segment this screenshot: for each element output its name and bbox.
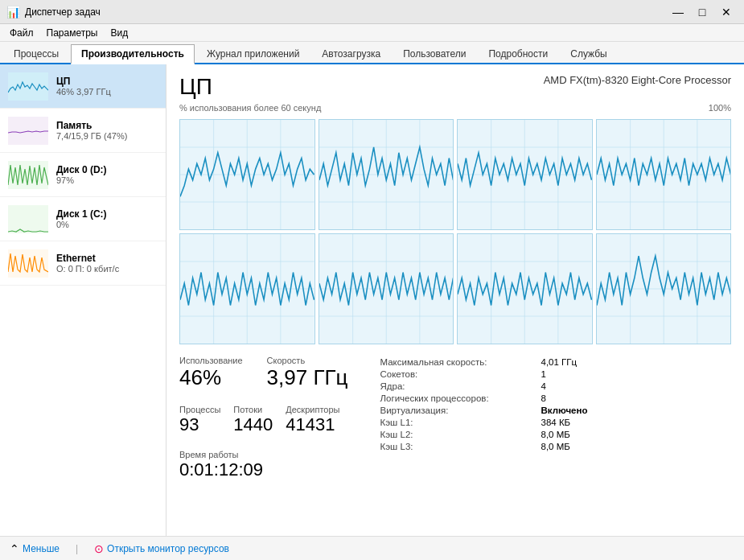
tab-bar: Процессы Производительность Журнал прило… xyxy=(0,42,744,64)
tab-details[interactable]: Подробности xyxy=(478,44,558,63)
right-stat-label: Кэш L2: xyxy=(380,430,541,439)
graph-subtitle-text: % использования более 60 секунд xyxy=(179,103,321,113)
stats-section: Использование 46% Скорость 3,97 ГГц Проц… xyxy=(179,356,731,487)
title-bar-buttons: — □ ✕ xyxy=(667,4,738,20)
right-stat-row: Максимальная скорость:4,01 ГГц xyxy=(380,357,588,367)
cpu-graph-5 xyxy=(179,233,315,344)
right-stat-row: Кэш L3:8,0 МБ xyxy=(380,442,588,451)
right-stat-label: Логических процессоров: xyxy=(380,393,541,403)
main-area: ЦП 46% 3,97 ГГц Память 7,4/15,9 ГБ (47%) xyxy=(0,64,744,536)
right-stat-row: Логических процессоров:8 xyxy=(380,393,588,403)
stat-uptime: Время работы 0:01:12:09 xyxy=(179,450,348,480)
right-stat-row: Виртуализация:Включено xyxy=(380,406,588,415)
cpu-subtitle: % использования более 60 секунд 100% xyxy=(179,103,731,113)
menu-params[interactable]: Параметры xyxy=(40,26,105,40)
sidebar-item-disk0[interactable]: Диск 0 (D:) 97% xyxy=(0,153,166,197)
right-stat-value: Включено xyxy=(541,406,588,415)
sidebar-cpu-info: ЦП 46% 3,97 ГГц xyxy=(56,76,158,97)
cpu-graph-1 xyxy=(179,119,315,230)
right-stat-row: Кэш L1:384 КБ xyxy=(380,418,588,427)
speed-label: Скорость xyxy=(267,356,348,365)
monitor-button[interactable]: Открыть монитор ресурсов xyxy=(107,543,229,554)
maximize-button[interactable]: □ xyxy=(691,4,713,20)
sidebar-disk0-chart xyxy=(8,161,48,189)
right-stat-label: Кэш L1: xyxy=(380,418,541,427)
right-stat-value: 384 КБ xyxy=(541,418,571,427)
cpu-graph-8 xyxy=(596,233,732,344)
sidebar-cpu-title: ЦП xyxy=(56,76,158,87)
cpu-graph-6 xyxy=(319,233,454,344)
sidebar-disk1-title: Диск 1 (C:) xyxy=(56,208,158,220)
sidebar-ethernet-subtitle: О: 0 П: 0 кбит/с xyxy=(56,264,158,274)
sidebar-item-ethernet[interactable]: Ethernet О: 0 П: 0 кбит/с xyxy=(0,241,166,286)
monitor-icon: ⊙ xyxy=(94,542,104,555)
close-button[interactable]: ✕ xyxy=(715,4,738,20)
divider: | xyxy=(76,543,78,554)
sidebar-ethernet-title: Ethernet xyxy=(56,253,158,264)
usage-label: Использование xyxy=(179,356,243,365)
sidebar-disk1-info: Диск 1 (C:) 0% xyxy=(56,208,158,229)
right-stat-label: Виртуализация: xyxy=(380,406,541,415)
descriptors-label: Дескрипторы xyxy=(286,405,339,414)
less-button[interactable]: Меньше xyxy=(23,543,60,554)
cpu-model: AMD FX(tm)-8320 Eight-Core Processor xyxy=(544,74,731,86)
stats-right: Максимальная скорость:4,01 ГГцСокетов:1Я… xyxy=(380,356,588,487)
right-stat-label: Максимальная скорость: xyxy=(380,357,541,367)
title-bar-icon: 📊 xyxy=(6,6,20,19)
sidebar-disk0-subtitle: 97% xyxy=(56,175,158,185)
menu-view[interactable]: Вид xyxy=(104,26,134,40)
right-stat-label: Ядра: xyxy=(380,381,541,391)
right-stat-value: 8,0 МБ xyxy=(541,442,570,451)
minimize-button[interactable]: — xyxy=(667,4,689,20)
sidebar-item-memory[interactable]: Память 7,4/15,9 ГБ (47%) xyxy=(0,109,166,153)
monitor-section[interactable]: ⊙ Открыть монитор ресурсов xyxy=(94,542,229,555)
content-area: ЦП AMD FX(tm)-8320 Eight-Core Processor … xyxy=(166,64,744,536)
right-stat-row: Ядра:4 xyxy=(380,381,588,391)
stat-speed: Скорость 3,97 ГГц xyxy=(267,356,348,390)
right-stat-value: 8,0 МБ xyxy=(541,430,570,439)
tab-performance[interactable]: Производительность xyxy=(71,44,195,64)
speed-value: 3,97 ГГц xyxy=(267,365,348,390)
usage-value: 46% xyxy=(179,365,243,390)
tab-startup[interactable]: Автозагрузка xyxy=(311,44,391,63)
right-stat-row: Сокетов:1 xyxy=(380,369,588,379)
sidebar-item-disk1[interactable]: Диск 1 (C:) 0% xyxy=(0,197,166,241)
sidebar-memory-subtitle: 7,4/15,9 ГБ (47%) xyxy=(56,131,158,141)
cpu-title: ЦП xyxy=(179,74,212,100)
sidebar-disk1-chart xyxy=(8,205,48,233)
sidebar-cpu-subtitle: 46% 3,97 ГГц xyxy=(56,87,158,97)
sidebar-memory-title: Память xyxy=(56,120,158,131)
title-bar: 📊 Диспетчер задач — □ ✕ xyxy=(0,0,744,24)
chevron-up-icon: ⌃ xyxy=(10,542,19,555)
tab-app-history[interactable]: Журнал приложений xyxy=(196,44,310,63)
cpu-graph-3 xyxy=(457,119,593,230)
cpu-graph-2 xyxy=(319,119,454,230)
tab-processes[interactable]: Процессы xyxy=(3,44,69,63)
sidebar-ethernet-chart xyxy=(8,249,48,278)
sidebar: ЦП 46% 3,97 ГГц Память 7,4/15,9 ГБ (47%) xyxy=(0,64,166,536)
stat-threads: Потоки 1440 xyxy=(233,405,273,435)
less-section[interactable]: ⌃ Меньше xyxy=(10,542,60,555)
cpu-graph-7 xyxy=(457,233,593,344)
tab-services[interactable]: Службы xyxy=(560,44,617,63)
sidebar-memory-info: Память 7,4/15,9 ГБ (47%) xyxy=(56,120,158,141)
right-stat-label: Кэш L3: xyxy=(380,442,541,451)
right-stats-container: Максимальная скорость:4,01 ГГцСокетов:1Я… xyxy=(380,357,588,451)
right-stat-row: Кэш L2:8,0 МБ xyxy=(380,430,588,439)
menu-file[interactable]: Файл xyxy=(3,26,40,40)
stat-descriptors: Дескрипторы 41431 xyxy=(286,405,339,435)
uptime-label: Время работы xyxy=(179,450,348,459)
threads-value: 1440 xyxy=(233,414,273,435)
bottom-bar: ⌃ Меньше | ⊙ Открыть монитор ресурсов xyxy=(0,536,744,560)
right-stat-value: 1 xyxy=(541,369,546,379)
svg-rect-3 xyxy=(8,205,48,233)
cpu-graph-4 xyxy=(596,119,732,230)
tab-users[interactable]: Пользователи xyxy=(393,44,476,63)
sidebar-disk0-title: Диск 0 (D:) xyxy=(56,164,158,175)
sidebar-disk0-info: Диск 0 (D:) 97% xyxy=(56,164,158,185)
cpu-header: ЦП AMD FX(tm)-8320 Eight-Core Processor xyxy=(179,74,731,100)
right-stat-value: 8 xyxy=(541,393,546,403)
sidebar-item-cpu[interactable]: ЦП 46% 3,97 ГГц xyxy=(0,64,166,109)
sidebar-disk1-subtitle: 0% xyxy=(56,220,158,229)
title-bar-text: Диспетчер задач xyxy=(25,6,667,18)
